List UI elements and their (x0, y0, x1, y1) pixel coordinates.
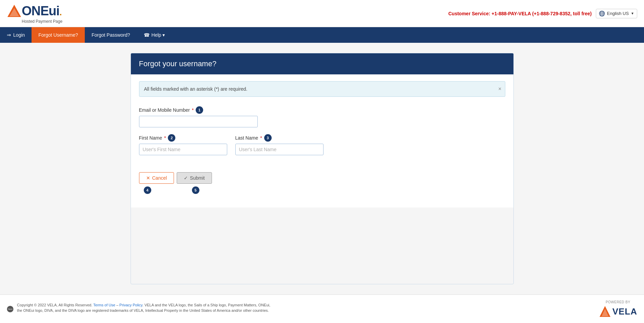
footer-right: POWERED BY VELA (599, 300, 637, 318)
last-name-input[interactable] (235, 144, 324, 155)
first-name-label-text: First Name (139, 135, 162, 141)
footer-copyright: Copyright © 2022 VELA, All Rights Reserv… (17, 303, 92, 307)
info-box: All fields marked with an asterisk (*) a… (139, 81, 505, 97)
nav-help-label: Help ▾ (152, 32, 165, 38)
email-label-text: Email or Mobile Number (139, 107, 190, 113)
help-icon: ☎ (144, 32, 150, 38)
oneui-logo-icon (7, 3, 22, 18)
cancel-button[interactable]: ✕ Cancel (139, 172, 174, 184)
logo-subtitle: Hosted Payment Page (22, 19, 62, 24)
nav-help[interactable]: ☎ Help ▾ (137, 27, 172, 43)
nav-forgot-username[interactable]: Forgot Username? (32, 27, 85, 43)
form-card-header: Forgot your username? (131, 53, 513, 74)
name-row: First Name* 2 Last Name* 3 (139, 134, 505, 162)
globe-icon (599, 11, 605, 17)
vela-logo: VELA (599, 305, 637, 318)
vela-triangle-icon (599, 305, 611, 318)
login-icon: ⇒ (7, 32, 11, 38)
submit-check-icon: ✓ (184, 175, 188, 181)
nav-forgot-password[interactable]: Forgot Password? (85, 27, 137, 43)
customer-service-text: Customer Service: +1-888-PAY-VELA (+1-88… (448, 11, 592, 16)
form-card: Forgot your username? All fields marked … (131, 53, 514, 284)
first-name-label-row: First Name* 2 (139, 134, 227, 142)
submit-button[interactable]: ✓ Submit (177, 172, 212, 184)
email-input[interactable] (139, 116, 258, 127)
vela-logo-text: VELA (612, 306, 637, 317)
svg-text:Datum: Datum (8, 308, 13, 310)
form-card-body: All fields marked with an asterisk (*) a… (131, 74, 513, 208)
email-required-star: * (192, 107, 194, 113)
nav-forgot-username-label: Forgot Username? (38, 32, 78, 38)
logo-area: ONEui. Hosted Payment Page (7, 3, 62, 24)
email-step-badge: 1 (196, 106, 203, 114)
info-box-close-button[interactable]: × (498, 86, 501, 92)
first-name-required-star: * (164, 135, 166, 141)
nav-login-label: Login (13, 32, 25, 38)
submit-step-badge: 5 (192, 186, 199, 194)
footer-terms-link[interactable]: Terms of Use (93, 303, 115, 307)
last-name-label-row: Last Name* 3 (235, 134, 324, 142)
footer: Datum Copyright © 2022 VELA, All Rights … (0, 294, 644, 323)
first-name-input[interactable] (139, 144, 227, 155)
nav-forgot-password-label: Forgot Password? (92, 32, 130, 38)
logo-main: ONEui. (7, 3, 62, 18)
language-selector[interactable]: English US ▼ (596, 9, 637, 18)
footer-left: Datum Copyright © 2022 VELA, All Rights … (7, 302, 271, 316)
info-message: All fields marked with an asterisk (*) a… (144, 86, 248, 92)
navbar: ⇒ Login Forgot Username? Forgot Password… (0, 27, 644, 43)
email-field-group: Email or Mobile Number* 1 (139, 106, 505, 127)
last-name-field-group: Last Name* 3 (235, 134, 324, 155)
first-name-step-badge: 2 (168, 134, 175, 142)
logo-text: ONEui. (22, 4, 61, 17)
cancel-label: Cancel (152, 175, 167, 181)
cancel-step-badge: 4 (144, 186, 151, 194)
btn-badges-row: 4 5 (139, 186, 505, 194)
footer-text: Copyright © 2022 VELA, All Rights Reserv… (17, 302, 271, 313)
language-label: English US (607, 11, 629, 16)
main-content: Forgot your username? All fields marked … (0, 43, 644, 294)
last-name-label-text: Last Name (235, 135, 258, 141)
cancel-x-icon: ✕ (146, 175, 150, 181)
first-name-field-group: First Name* 2 (139, 134, 227, 155)
chevron-down-icon: ▼ (631, 12, 634, 15)
btn-row: ✕ Cancel ✓ Submit (139, 172, 505, 184)
nav-login[interactable]: ⇒ Login (0, 27, 32, 43)
email-label-row: Email or Mobile Number* 1 (139, 106, 505, 114)
last-name-step-badge: 3 (264, 134, 272, 142)
form-title: Forgot your username? (139, 59, 505, 68)
last-name-required-star: * (260, 135, 262, 141)
header-right: Customer Service: +1-888-PAY-VELA (+1-88… (448, 9, 637, 18)
footer-privacy-link[interactable]: Privacy Policy (119, 303, 142, 307)
datum-logo-icon: Datum (7, 302, 14, 316)
powered-by-text: POWERED BY (606, 300, 630, 304)
button-section: ✕ Cancel ✓ Submit 4 5 (139, 162, 505, 194)
submit-label: Submit (190, 175, 205, 181)
header: ONEui. Hosted Payment Page Customer Serv… (0, 0, 644, 27)
